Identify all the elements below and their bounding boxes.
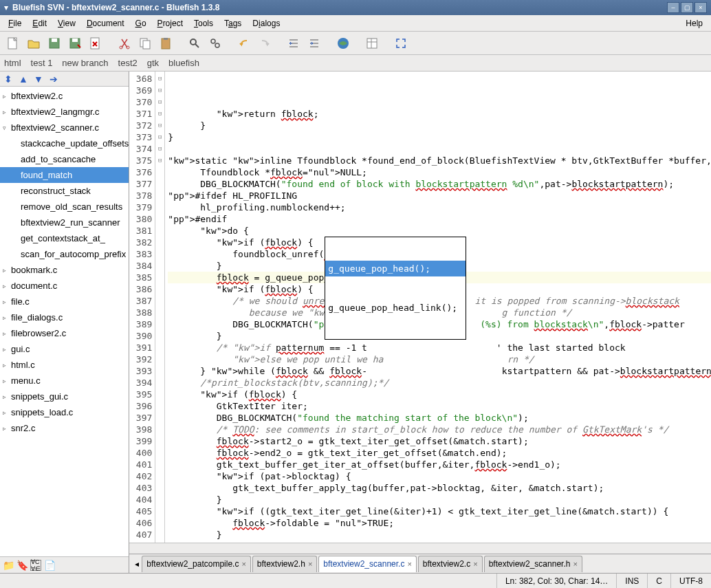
- menu-file[interactable]: File: [3, 17, 27, 30]
- code-line[interactable]: "kw">else we pop until we ha rn */: [168, 353, 711, 365]
- code-line[interactable]: /*print_blockstack(btv,scanning);*/: [168, 377, 711, 389]
- tab-close-icon[interactable]: ×: [473, 560, 477, 568]
- status-insert-mode[interactable]: INS: [617, 574, 648, 588]
- cut-button[interactable]: [116, 34, 133, 52]
- new-file-button[interactable]: [4, 34, 22, 52]
- status-encoding[interactable]: UTF-8: [671, 574, 711, 588]
- project-tab[interactable]: html: [4, 58, 21, 68]
- editor-tab[interactable]: bftextview2_scanner.h×: [484, 556, 582, 572]
- expand-icon[interactable]: ▹: [3, 314, 11, 321]
- code-line[interactable]: DBG_BLOCKMATCH("found the matching start…: [168, 412, 711, 424]
- collapse-icon[interactable]: ⬍: [3, 74, 14, 85]
- redo-button[interactable]: [256, 34, 274, 52]
- outline-function[interactable]: scan_for_autocomp_prefix: [0, 246, 129, 262]
- up-arrow-icon[interactable]: ▲: [18, 74, 29, 85]
- view-mode-button[interactable]: [363, 34, 381, 52]
- maximize-button[interactable]: ▢: [681, 2, 693, 13]
- expand-icon[interactable]: ▹: [3, 346, 11, 353]
- code-line[interactable]: "kw">return fblock;: [168, 108, 711, 120]
- find-replace-button[interactable]: [206, 34, 224, 52]
- outline-function[interactable]: get_contextstack_at_: [0, 230, 129, 246]
- bookmark-icon[interactable]: 🔖: [17, 560, 28, 571]
- outline-file[interactable]: ▹snippets_gui.c: [0, 389, 129, 404]
- snippets-icon[interactable]: 📄: [44, 560, 55, 571]
- editor-tab[interactable]: bftextview2_patcompile.c×: [142, 556, 251, 572]
- outline-file[interactable]: ▹document.c: [0, 278, 129, 294]
- status-language[interactable]: C: [648, 574, 671, 588]
- project-tab[interactable]: test 1: [31, 58, 53, 68]
- down-arrow-icon[interactable]: ▼: [33, 74, 44, 85]
- code-line[interactable]: } "kw">while (fblock && fblock- kstartpa…: [168, 365, 711, 377]
- fullscreen-button[interactable]: [392, 34, 410, 52]
- menu-go[interactable]: Go: [130, 17, 152, 30]
- find-button[interactable]: [186, 34, 204, 52]
- code-line[interactable]: gtk_text_buffer_apply_tag(buffer,pat->bl…: [168, 482, 711, 494]
- project-tab[interactable]: gtk: [147, 58, 159, 68]
- code-line[interactable]: "kw">if (fblock) {: [168, 389, 711, 400]
- code-line[interactable]: Tfoundblock *fblock="nul">NULL;: [168, 166, 711, 178]
- outline-function[interactable]: add_to_scancache: [0, 151, 129, 167]
- code-line[interactable]: }: [168, 529, 711, 541]
- code-text[interactable]: g_queue_pop_head(); g_queue_pop_head_lin…: [165, 72, 711, 543]
- menu-project[interactable]: Project: [152, 17, 188, 30]
- right-arrow-icon[interactable]: ➔: [48, 74, 59, 85]
- code-line[interactable]: "kw">if ((gtk_text_iter_get_line(&iter)+…: [168, 505, 711, 517]
- menu-tags[interactable]: Tags: [219, 17, 247, 30]
- code-line[interactable]: /* "kw">if patternum == -1 t ' the last …: [168, 342, 711, 353]
- outline-file[interactable]: ▹menu.c: [0, 373, 129, 389]
- menu-tools[interactable]: Tools: [188, 17, 219, 30]
- project-tab[interactable]: bluefish: [168, 58, 199, 68]
- code-line[interactable]: "kw">static "kw">inline Tfoundblock *fou…: [168, 155, 711, 166]
- horizontal-scrollbar[interactable]: [129, 543, 711, 554]
- close-button[interactable]: ×: [694, 2, 707, 13]
- outline-function[interactable]: reconstruct_stack: [0, 183, 129, 199]
- code-line[interactable]: fblock->start2_o = gtk_text_iter_get_off…: [168, 435, 711, 447]
- chars-icon[interactable]: ∀C∀∈: [30, 560, 41, 571]
- code-line[interactable]: [168, 143, 711, 155]
- menu-document[interactable]: Document: [81, 17, 130, 30]
- editor-tab[interactable]: bftextview2.h×: [252, 556, 317, 572]
- expand-icon[interactable]: ▹: [3, 362, 11, 369]
- expand-icon[interactable]: ▿: [3, 124, 11, 131]
- tab-close-icon[interactable]: ×: [573, 560, 577, 568]
- expand-icon[interactable]: ▹: [3, 330, 11, 337]
- outline-function[interactable]: stackcache_update_offsets: [0, 135, 129, 151]
- expand-icon[interactable]: ▹: [3, 109, 11, 116]
- window-menu-icon[interactable]: ▾: [4, 3, 8, 12]
- save-button[interactable]: [45, 34, 63, 52]
- expand-icon[interactable]: ▹: [3, 393, 11, 400]
- project-tab[interactable]: test2: [118, 58, 138, 68]
- outline-function[interactable]: found_match: [0, 167, 129, 183]
- code-line[interactable]: "kw">if (pat->blocktag) {: [168, 470, 711, 482]
- undo-button[interactable]: [235, 34, 253, 52]
- project-tab[interactable]: new branch: [62, 58, 108, 68]
- preview-button[interactable]: [334, 34, 352, 52]
- code-line[interactable]: gtk_text_buffer_get_iter_at_offset(buffe…: [168, 459, 711, 470]
- editor-tab[interactable]: bftextview2.c×: [418, 556, 483, 572]
- outline-file[interactable]: ▹bftextview2.c: [0, 88, 129, 104]
- expand-icon[interactable]: ▹: [3, 93, 11, 100]
- editor-tab[interactable]: bftextview2_scanner.c×: [318, 556, 417, 572]
- outline-file[interactable]: ▹html.c: [0, 357, 129, 373]
- code-line[interactable]: fblock->end2_o = gtk_text_iter_get_offse…: [168, 447, 711, 459]
- tab-close-icon[interactable]: ×: [308, 560, 312, 568]
- folder-icon[interactable]: 📁: [3, 560, 14, 571]
- code-line[interactable]: GtkTextIter iter;: [168, 400, 711, 412]
- outline-tree[interactable]: ▹bftextview2.c▹bftextview2_langmgr.c▿bft…: [0, 87, 129, 556]
- indent-button[interactable]: [305, 34, 323, 52]
- tab-prev-icon[interactable]: ◂: [132, 559, 142, 569]
- tab-close-icon[interactable]: ×: [241, 560, 245, 568]
- open-file-button[interactable]: [25, 34, 43, 52]
- outline-file[interactable]: ▹bookmark.c: [0, 262, 129, 278]
- menu-dialogs[interactable]: Dialogs: [247, 17, 285, 30]
- expand-icon[interactable]: ▹: [3, 378, 11, 384]
- menu-view[interactable]: View: [52, 17, 81, 30]
- code-line[interactable]: DBG_BLOCKMATCH("found end of block with …: [168, 178, 711, 190]
- outline-file[interactable]: ▹snr2.c: [0, 420, 129, 436]
- outline-file[interactable]: ▹filebrowser2.c: [0, 325, 129, 341]
- code-line[interactable]: "kw">return fblock; /* this fblock has a…: [168, 541, 711, 543]
- code-line[interactable]: fblock->foldable = "nul">TRUE;: [168, 517, 711, 529]
- outline-file[interactable]: ▿bftextview2_scanner.c: [0, 120, 129, 135]
- unindent-button[interactable]: [285, 34, 303, 52]
- outline-function[interactable]: bftextview2_run_scanner: [0, 215, 129, 230]
